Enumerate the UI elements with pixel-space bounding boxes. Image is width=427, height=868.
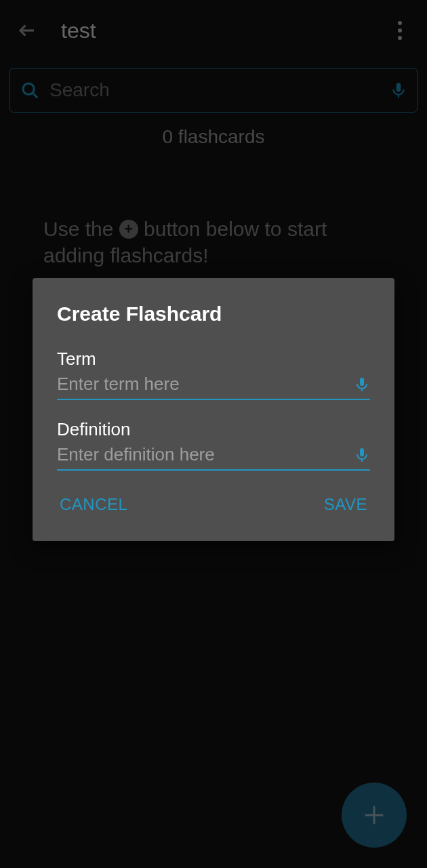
save-button[interactable]: SAVE [321, 490, 370, 519]
definition-label: Definition [57, 419, 370, 440]
term-label: Term [57, 349, 370, 370]
mic-icon[interactable] [354, 445, 370, 465]
term-input[interactable] [57, 374, 354, 395]
cancel-button[interactable]: CANCEL [57, 490, 130, 519]
dialog-title: Create Flashcard [57, 302, 370, 326]
dialog-actions: CANCEL SAVE [57, 490, 370, 528]
create-flashcard-dialog: Create Flashcard Term Definition CANCEL … [33, 278, 394, 541]
mic-icon[interactable] [354, 374, 370, 395]
definition-field-row [57, 444, 370, 471]
term-field-row [57, 374, 370, 400]
definition-input[interactable] [57, 444, 354, 465]
